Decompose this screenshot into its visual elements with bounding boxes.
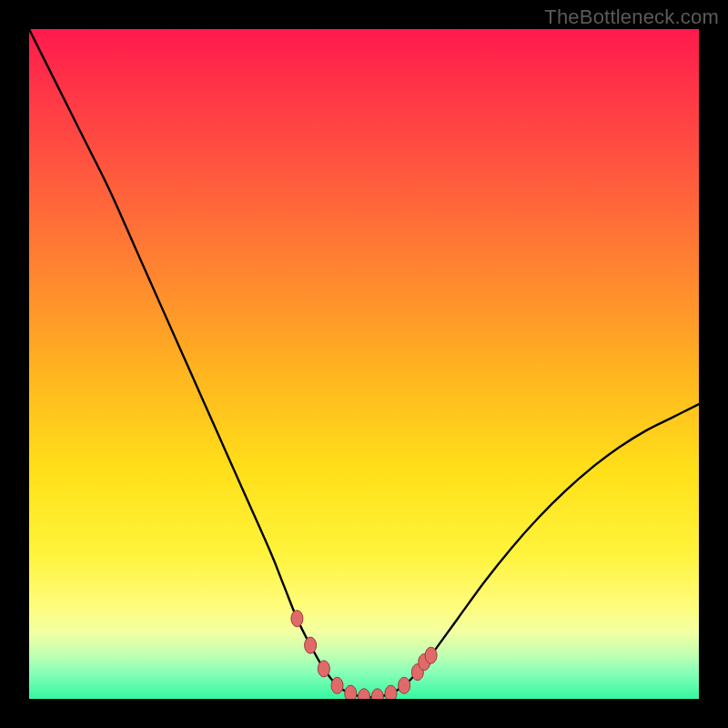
curve-marker — [359, 689, 370, 699]
curve-marker — [411, 664, 423, 681]
bottleneck-curve-path — [29, 29, 699, 697]
curve-marker — [331, 677, 343, 693]
watermark: TheBottleneck.com — [544, 5, 719, 29]
curve-marker — [318, 661, 329, 677]
curve-marker — [425, 647, 437, 663]
curve-marker — [385, 685, 397, 699]
curve-marker — [371, 689, 383, 699]
curve-marker — [291, 611, 303, 627]
curve-markers — [291, 611, 437, 699]
curve-svg — [29, 29, 699, 699]
plot-area — [29, 29, 699, 699]
chart-frame: TheBottleneck.com — [0, 0, 728, 728]
curve-marker — [399, 677, 410, 693]
curve-marker — [305, 637, 317, 653]
curve-marker — [419, 654, 430, 671]
curve-marker — [345, 685, 357, 699]
